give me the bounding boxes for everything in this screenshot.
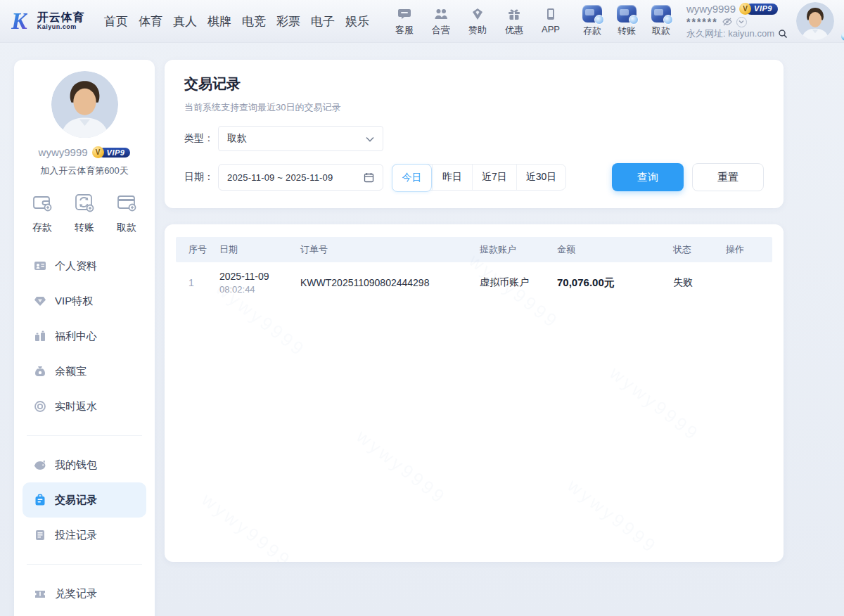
app-download-button[interactable]: APP	[536, 6, 565, 37]
date-range-input[interactable]: 2025-11-09 ~ 2025-11-09	[218, 164, 383, 191]
customer-service-button[interactable]: 客服	[390, 6, 419, 37]
quick-date-7days[interactable]: 近7日	[472, 165, 516, 190]
permanent-url: 永久网址: kaiyun.com	[686, 28, 774, 39]
promotions-label: 优惠	[505, 24, 523, 37]
search-button[interactable]: 查询	[612, 163, 684, 191]
page-title: 交易记录	[184, 75, 764, 94]
deposit-button[interactable]: 存款	[578, 5, 606, 37]
transaction-icon	[34, 494, 46, 506]
wallet-shortcuts: 存款 转账 取款	[578, 5, 675, 37]
sponsor-label: 赞助	[468, 24, 487, 37]
quick-withdraw-label: 取款	[117, 222, 136, 234]
wallet-icon	[31, 191, 53, 217]
quick-withdraw-button[interactable]: 取款	[115, 191, 138, 234]
nav-home[interactable]: 首页	[104, 13, 128, 30]
vip-badge[interactable]: V VIP9	[739, 3, 778, 15]
sidebar-item-rebate[interactable]: 实时返水	[23, 389, 146, 424]
watermark-text: wywy9999	[198, 489, 296, 562]
quick-transfer-label: 转账	[75, 222, 94, 234]
transfer-card-icon	[617, 5, 637, 23]
gift-icon	[506, 6, 522, 22]
col-header-amount: 金额	[557, 243, 673, 256]
sidebar-item-transactions[interactable]: 交易记录	[23, 482, 146, 518]
sidebar: wywy9999 V VIP9 加入开云体育第600天 存款 转账	[14, 60, 155, 616]
partners-button[interactable]: 合营	[426, 6, 456, 37]
sidebar-item-profile[interactable]: 个人资料	[23, 248, 146, 283]
sidebar-username: wywy9999	[39, 146, 88, 158]
quick-date-30days[interactable]: 近30日	[516, 165, 566, 190]
magnifier-icon[interactable]	[778, 29, 788, 39]
col-header-index: 序号	[188, 243, 219, 256]
topbar: K 开云体育 Kaiyun.com 首页 体育 真人 棋牌 电竞 彩票 电子 娱…	[0, 0, 844, 42]
type-select[interactable]: 取款	[218, 126, 383, 151]
phone-icon	[543, 6, 558, 22]
date-range-value: 2025-11-09 ~ 2025-11-09	[227, 172, 333, 183]
bet-record-icon	[34, 529, 46, 541]
joined-days-text: 加入开云体育第600天	[14, 165, 155, 177]
sidebar-label-profile: 个人资料	[55, 259, 97, 273]
nav-poker[interactable]: 棋牌	[207, 13, 231, 30]
purse-icon	[34, 458, 46, 471]
withdraw-button[interactable]: 取款	[647, 5, 675, 37]
cell-order-no: KWWT202511090802444298	[300, 277, 480, 288]
quick-date-yesterday[interactable]: 昨日	[432, 165, 472, 190]
brand-k-mark: K	[11, 9, 27, 33]
balance-refresh-chevron[interactable]	[736, 17, 747, 27]
sidebar-item-prize-records[interactable]: 兑奖记录	[23, 576, 146, 611]
sidebar-label-my-wallet: 我的钱包	[55, 458, 97, 472]
chevron-down-icon	[366, 132, 374, 145]
cell-date-day: 2025-11-09	[219, 271, 300, 282]
quick-date-today[interactable]: 今日	[392, 164, 432, 192]
sidebar-item-bet-records[interactable]: 投注记录	[23, 518, 146, 553]
sidebar-vip-badge: V VIP9	[92, 146, 131, 158]
sponsor-icon	[470, 6, 485, 22]
nav-slots[interactable]: 电子	[311, 13, 335, 30]
page-subtitle: 当前系统支持查询最近30日的交易记录	[184, 101, 764, 114]
welfare-icon	[34, 330, 46, 342]
withdraw-label: 取款	[652, 25, 670, 37]
gem-icon	[34, 295, 46, 307]
brand-domain: Kaiyun.com	[37, 24, 85, 30]
sidebar-item-welfare[interactable]: 福利中心	[23, 319, 146, 354]
date-label: 日期：	[184, 171, 218, 184]
sidebar-item-message-center[interactable]: 消息中心 99+	[23, 611, 146, 616]
watermark-text: wywy9999	[606, 362, 704, 446]
calendar-icon	[364, 172, 374, 183]
profile-avatar[interactable]	[51, 71, 118, 138]
col-header-action: 操作	[726, 243, 772, 256]
cell-index: 1	[188, 277, 219, 288]
quick-transfer-button[interactable]: 转账	[73, 191, 96, 234]
customer-service-label: 客服	[395, 24, 414, 37]
partners-label: 合营	[432, 24, 450, 37]
nav-lottery[interactable]: 彩票	[276, 13, 300, 30]
type-filter-row: 类型： 取款	[184, 126, 764, 151]
quick-deposit-button[interactable]: 存款	[31, 191, 53, 234]
sidebar-label-vip: VIP特权	[55, 295, 93, 308]
sidebar-item-yuebao[interactable]: 余额宝	[23, 354, 146, 389]
nav-live[interactable]: 真人	[173, 13, 197, 30]
table-header-row: 序号 日期 订单号 提款账户 金额 状态 操作	[176, 237, 772, 262]
sidebar-item-vip[interactable]: VIP特权	[23, 283, 146, 319]
quick-date-group: 今日 昨日 近7日 近30日	[392, 164, 566, 191]
promotions-button[interactable]: 优惠	[499, 6, 529, 37]
nav-sports[interactable]: 体育	[139, 13, 162, 30]
menu-group-wallet: 我的钱包 交易记录 投注记录	[14, 447, 155, 553]
deposit-label: 存款	[583, 25, 601, 37]
sponsor-button[interactable]: 赞助	[463, 6, 492, 37]
cell-amount: 70,076.00元	[557, 276, 673, 290]
reset-button[interactable]: 重置	[692, 163, 764, 191]
brand-logo[interactable]: K 开云体育 Kaiyun.com	[11, 9, 94, 33]
cell-date-time: 08:02:44	[219, 284, 300, 295]
col-header-account: 提款账户	[480, 243, 557, 256]
user-avatar[interactable]	[796, 2, 834, 40]
masked-balance: ******	[686, 17, 718, 27]
eye-off-icon[interactable]	[722, 16, 733, 27]
app-label: APP	[542, 24, 560, 34]
nav-entertainment[interactable]: 娱乐	[345, 13, 369, 30]
nav-esports[interactable]: 电竞	[242, 13, 266, 30]
sidebar-quick-actions: 存款 转账 取款	[14, 191, 155, 234]
sidebar-label-yuebao: 余额宝	[55, 365, 87, 378]
user-info-block: wywy9999 V VIP9 ****** 永久网址: kaiyun.com	[686, 3, 788, 40]
sidebar-item-my-wallet[interactable]: 我的钱包	[23, 447, 146, 482]
transfer-button[interactable]: 转账	[613, 5, 641, 37]
